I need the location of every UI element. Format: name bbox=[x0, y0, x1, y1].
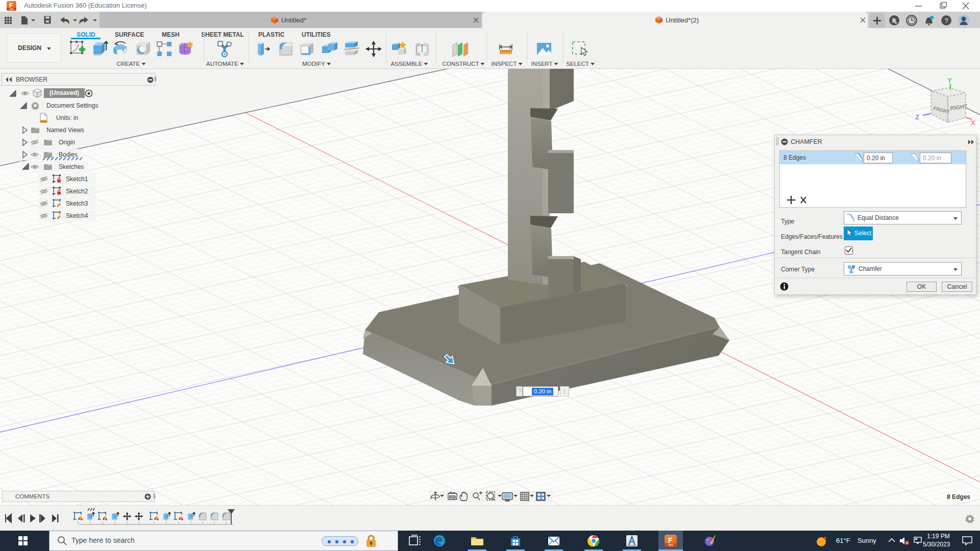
svg-text:X: X bbox=[971, 119, 975, 127]
svg-text:Y: Y bbox=[947, 77, 952, 84]
svg-text:?: ? bbox=[945, 17, 948, 24]
svg-text:Z: Z bbox=[915, 113, 919, 121]
